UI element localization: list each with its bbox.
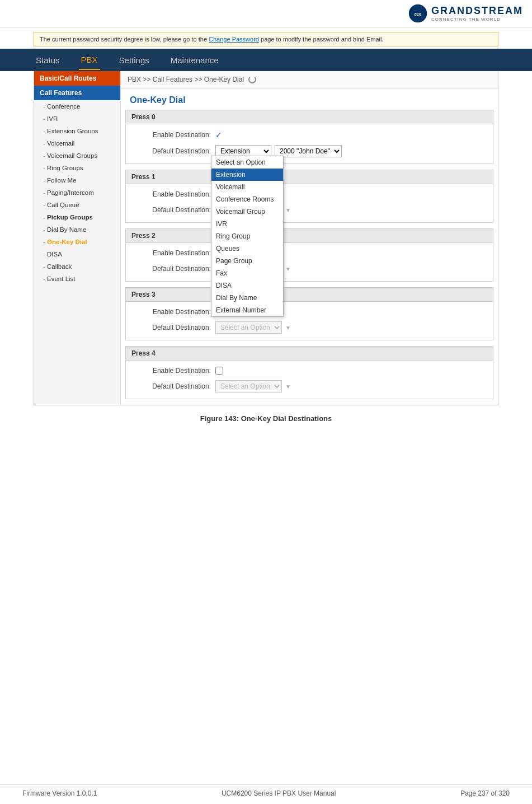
main-content: PBX >> Call Features >> One-Key Dial One… xyxy=(121,71,498,405)
press-0-enable-row: Enable Destination: ✓ xyxy=(126,128,493,142)
press-4-enable-label: Enable Destination: xyxy=(133,367,211,375)
press-2-enable-label: Enable Destination: xyxy=(133,249,211,257)
press-1-header: Press 1 xyxy=(126,170,493,184)
press-4-checkbox[interactable] xyxy=(215,367,223,375)
sidebar-item-one-key-dial[interactable]: One-Key Dial xyxy=(34,236,120,248)
figure-caption: Figure 143: One-Key Dial Destinations xyxy=(0,405,532,427)
alert-text2: page to modify the password and bind Ema… xyxy=(261,36,384,43)
press-0-enable-value: ✓ xyxy=(215,130,222,139)
press-4-enable-row: Enable Destination: xyxy=(126,364,493,377)
sidebar: Basic/Call Routes Call Features Conferen… xyxy=(34,71,121,405)
press-0-section: Press 0 Enable Destination: ✓ Default De… xyxy=(125,110,493,164)
press-1-dest-row: Default Destination: Select an Option ▼ xyxy=(126,201,493,219)
sidebar-item-call-queue[interactable]: Call Queue xyxy=(34,199,120,211)
logo-bar: GS GRANDSTREAM CONNECTING THE WORLD xyxy=(0,0,532,27)
dropdown-item-ring-group[interactable]: Ring Group xyxy=(211,230,283,242)
footer-left: Firmware Version 1.0.0.1 xyxy=(22,789,97,797)
press-3-enable-label: Enable Destination: xyxy=(133,308,211,316)
breadcrumb-text: PBX >> Call Features >> One-Key Dial xyxy=(128,76,244,83)
sidebar-item-voicemail-groups[interactable]: Voicemail Groups xyxy=(34,149,120,162)
press-3-section: Press 3 Enable Destination: Default Dest… xyxy=(125,287,493,340)
dropdown-item-ivr[interactable]: IVR xyxy=(211,218,283,230)
press-1-enable-row: Enable Destination: xyxy=(126,188,493,201)
press-1-body: Enable Destination: Default Destination:… xyxy=(126,184,493,222)
press-0-dest-label: Default Destination: xyxy=(133,147,211,155)
sidebar-item-follow-me[interactable]: Follow Me xyxy=(34,174,120,186)
press-0-dest-select2[interactable]: 2000 "John Doe" xyxy=(275,145,342,157)
refresh-icon[interactable] xyxy=(248,76,256,83)
dropdown-overlay: Select an Option Extension Voicemail Con… xyxy=(211,156,284,317)
sidebar-item-pickup-groups[interactable]: Pickup Groups xyxy=(34,211,120,223)
main-nav: Status PBX Settings Maintenance xyxy=(0,49,532,71)
nav-pbx[interactable]: PBX xyxy=(79,50,100,70)
dropdown-item-dial-by-name[interactable]: Dial By Name xyxy=(211,292,283,304)
sidebar-item-disa[interactable]: DISA xyxy=(34,248,120,260)
press-4-body: Enable Destination: Default Destination:… xyxy=(126,361,493,399)
press-2-body: Enable Destination: Default Destination:… xyxy=(126,243,493,281)
sidebar-item-event-list[interactable]: Event List xyxy=(34,273,120,285)
sidebar-section-call-features[interactable]: Call Features xyxy=(34,86,120,100)
change-password-link[interactable]: Change Password xyxy=(209,36,259,43)
sidebar-item-conference[interactable]: Conference xyxy=(34,100,120,113)
dropdown-item-external-number[interactable]: External Number xyxy=(211,304,283,316)
press-0-body: Enable Destination: ✓ Default Destinatio… xyxy=(126,124,493,163)
press-4-dest-select[interactable]: Select an Option xyxy=(215,380,282,392)
sidebar-item-voicemail[interactable]: Voicemail xyxy=(34,137,120,149)
press-2-header: Press 2 xyxy=(126,229,493,243)
press-2-dest-arrow: ▼ xyxy=(285,266,291,272)
press-2-dest-row: Default Destination: Select an Option ▼ xyxy=(126,260,493,278)
press-0-enable-label: Enable Destination: xyxy=(133,131,211,139)
nav-settings[interactable]: Settings xyxy=(117,51,152,69)
press-1-dest-label: Default Destination: xyxy=(133,206,211,214)
page-title: One-Key Dial xyxy=(121,88,498,110)
footer-right: Page 237 of 320 xyxy=(460,789,510,797)
logo-text: GRANDSTREAM xyxy=(431,5,523,17)
sidebar-section-basic: Basic/Call Routes xyxy=(34,71,120,86)
content-wrapper: Basic/Call Routes Call Features Conferen… xyxy=(34,71,498,405)
press-1-dest-arrow: ▼ xyxy=(285,207,291,213)
nav-status[interactable]: Status xyxy=(34,51,62,69)
press-0-checkbox[interactable]: ✓ xyxy=(215,130,222,139)
footer-center: UCM6200 Series IP PBX User Manual xyxy=(222,789,336,797)
sidebar-item-dial-by-name[interactable]: Dial By Name xyxy=(34,223,120,236)
svg-text:GS: GS xyxy=(414,12,421,17)
dropdown-item-page-group[interactable]: Page Group xyxy=(211,255,283,267)
dropdown-item-extension[interactable]: Extension xyxy=(211,169,283,181)
dropdown-item-fax[interactable]: Fax xyxy=(211,267,283,279)
dropdown-item-select-option[interactable]: Select an Option xyxy=(211,156,283,169)
press-2-dest-label: Default Destination: xyxy=(133,265,211,273)
press-3-body: Enable Destination: Default Destination:… xyxy=(126,302,493,340)
nav-maintenance[interactable]: Maintenance xyxy=(168,51,221,69)
dropdown-item-conference-rooms[interactable]: Conference Rooms xyxy=(211,193,283,205)
sidebar-item-ring-groups[interactable]: Ring Groups xyxy=(34,162,120,174)
press-4-dest-label: Default Destination: xyxy=(133,382,211,390)
press-4-dest-row: Default Destination: Select an Option ▼ xyxy=(126,377,493,395)
dropdown-item-voicemail[interactable]: Voicemail xyxy=(211,181,283,193)
press-4-enable-value xyxy=(215,367,223,375)
alert-text: The current password security degree is … xyxy=(40,36,209,43)
breadcrumb: PBX >> Call Features >> One-Key Dial xyxy=(121,71,498,88)
sidebar-item-callback[interactable]: Callback xyxy=(34,260,120,273)
press-0-header: Press 0 xyxy=(126,110,493,124)
press-3-enable-row: Enable Destination: xyxy=(126,305,493,319)
sidebar-item-ivr[interactable]: IVR xyxy=(34,113,120,125)
press-3-dest-label: Default Destination: xyxy=(133,324,211,331)
press-4-dest-arrow: ▼ xyxy=(285,384,291,390)
dropdown-item-queues[interactable]: Queues xyxy=(211,242,283,255)
press-2-enable-row: Enable Destination: xyxy=(126,246,493,260)
press-3-header: Press 3 xyxy=(126,288,493,302)
footer: Firmware Version 1.0.0.1 UCM6200 Series … xyxy=(0,784,532,797)
sidebar-item-paging-intercom[interactable]: Paging/Intercom xyxy=(34,186,120,199)
logo: GS GRANDSTREAM CONNECTING THE WORLD xyxy=(408,3,523,24)
press-0-dest-row: Default Destination: Extension 2000 "Joh… xyxy=(126,142,493,160)
press-3-dest-arrow: ▼ xyxy=(285,325,291,331)
logo-sub: CONNECTING THE WORLD xyxy=(431,17,523,22)
sidebar-item-extension-groups[interactable]: Extension Groups xyxy=(34,125,120,137)
press-0-dest-value: Extension 2000 "John Doe" Select an Opti… xyxy=(215,145,342,157)
grandstream-logo-icon: GS xyxy=(408,3,428,24)
press-4-dest-value: Select an Option ▼ xyxy=(215,380,291,392)
press-3-dest-select[interactable]: Select an Option xyxy=(215,321,282,334)
dropdown-item-voicemail-group[interactable]: Voicemail Group xyxy=(211,205,283,218)
press-4-section: Press 4 Enable Destination: Default Dest… xyxy=(125,346,493,399)
dropdown-item-disa[interactable]: DISA xyxy=(211,279,283,292)
